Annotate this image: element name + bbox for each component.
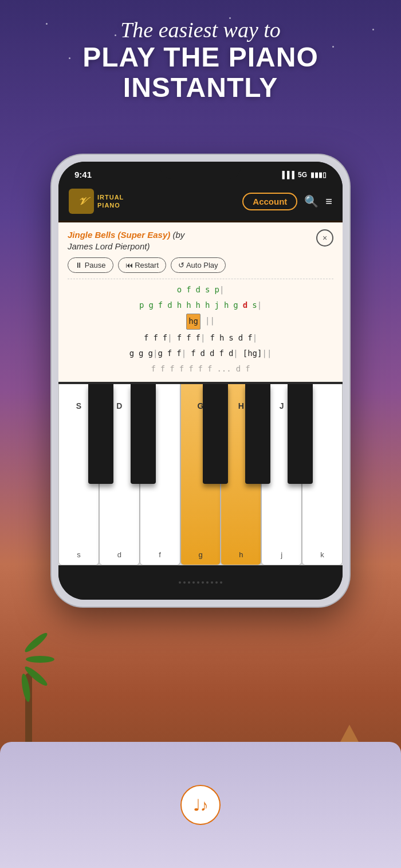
note: f bbox=[207, 362, 212, 376]
piano-black-key-1[interactable] bbox=[88, 384, 113, 484]
close-button[interactable]: × bbox=[316, 229, 333, 247]
restart-icon: ⏮ bbox=[125, 261, 133, 269]
note: p| bbox=[214, 283, 224, 297]
key-lower-label: g bbox=[198, 550, 202, 559]
note-row-highlighted: hg || bbox=[68, 314, 333, 329]
note-row-2: p g f d h h h h j h g d s| bbox=[68, 298, 333, 312]
speaker-dot bbox=[179, 581, 181, 584]
note: ... bbox=[217, 362, 231, 376]
note-row-1: o f d s p| bbox=[68, 283, 333, 297]
note: f bbox=[210, 331, 214, 345]
piano-black-key-5[interactable] bbox=[288, 384, 313, 484]
speaker-dot bbox=[188, 581, 190, 584]
battery-icon: ▮▮▮▯ bbox=[310, 171, 327, 179]
speaker-dot bbox=[192, 581, 195, 584]
phone-inner: 9:41 ▐▐▐ 5G ▮▮▮▯ 𝒱 IRTUAL PIANO bbox=[58, 162, 343, 600]
autoplay-icon: ↺ bbox=[178, 261, 184, 269]
speaker-dots bbox=[179, 581, 222, 584]
controls-row: ⏸ Pause ⏮ Restart ↺ Auto Play bbox=[68, 257, 333, 273]
menu-icon[interactable]: ≡ bbox=[325, 195, 332, 208]
note: f bbox=[188, 362, 193, 376]
note: f bbox=[191, 346, 195, 361]
note: d bbox=[236, 362, 241, 376]
note: f bbox=[219, 346, 223, 361]
pause-button[interactable]: ⏸ Pause bbox=[68, 257, 113, 273]
search-icon[interactable]: 🔍 bbox=[304, 194, 319, 208]
speaker-dot bbox=[197, 581, 199, 584]
note: h bbox=[177, 298, 182, 312]
header-right: Account 🔍 ≡ bbox=[242, 193, 332, 210]
phone-mockup: 9:41 ▐▐▐ 5G ▮▮▮▯ 𝒱 IRTUAL PIANO bbox=[52, 155, 349, 607]
speaker-dot bbox=[206, 581, 209, 584]
sheet-music-area: Jingle Bells (Super Easy) (byJames Lord … bbox=[58, 221, 343, 382]
note-row-6: f f f f f f f ... d f bbox=[68, 362, 333, 376]
key-upper-label: J bbox=[280, 401, 284, 410]
header-line2-part2: INSTANTLY bbox=[123, 72, 278, 103]
note: f| bbox=[247, 331, 257, 345]
header-line2-part1: PLAY THE PIANO bbox=[82, 42, 318, 72]
note: j bbox=[214, 298, 219, 312]
speaker-dot bbox=[215, 581, 218, 584]
palm-tree-left bbox=[11, 639, 46, 753]
note: p bbox=[139, 298, 144, 312]
speaker-dot bbox=[220, 581, 222, 584]
key-upper-label: H bbox=[238, 401, 244, 410]
key-upper-label: D bbox=[116, 401, 122, 410]
key-lower-label: h bbox=[239, 550, 243, 559]
phone-outer: 9:41 ▐▐▐ 5G ▮▮▮▯ 𝒱 IRTUAL PIANO bbox=[52, 155, 349, 607]
note: h bbox=[205, 298, 210, 312]
piano-black-key-2[interactable] bbox=[131, 384, 156, 484]
note: h bbox=[186, 298, 191, 312]
note: g bbox=[129, 346, 134, 361]
autoplay-button[interactable]: ↺ Auto Play bbox=[171, 257, 226, 273]
status-time: 9:41 bbox=[74, 170, 92, 179]
account-button[interactable]: Account bbox=[242, 193, 297, 210]
header-line2: PLAY THE PIANO INSTANTLY bbox=[0, 42, 401, 103]
palm-leaf bbox=[26, 656, 54, 663]
note: d bbox=[200, 346, 205, 361]
note: d bbox=[243, 298, 247, 312]
note: f bbox=[186, 283, 191, 297]
note: d bbox=[238, 331, 243, 345]
header-line1: The easiest way to bbox=[0, 17, 401, 42]
song-title-highlight: Jingle Bells (Super Easy) bbox=[68, 230, 170, 240]
note: f bbox=[153, 331, 158, 345]
speaker-dot bbox=[183, 581, 186, 584]
note: g bbox=[233, 298, 238, 312]
note: h bbox=[219, 331, 224, 345]
note: f bbox=[144, 331, 148, 345]
note: g bbox=[148, 298, 153, 312]
note: f bbox=[151, 362, 155, 376]
key-lower-label: k bbox=[320, 550, 324, 559]
note: d bbox=[167, 298, 172, 312]
song-title-row: Jingle Bells (Super Easy) (byJames Lord … bbox=[68, 229, 333, 252]
logo-text: IRTUAL PIANO bbox=[97, 193, 124, 210]
phone-bottom bbox=[58, 565, 343, 600]
key-upper-label: S bbox=[76, 401, 81, 410]
music-button[interactable]: ♩♪ bbox=[180, 785, 221, 825]
song-title: Jingle Bells (Super Easy) (byJames Lord … bbox=[68, 229, 184, 252]
key-lower-label: j bbox=[281, 550, 282, 559]
key-lower-label: s bbox=[77, 550, 81, 559]
restart-button[interactable]: ⏮ Restart bbox=[118, 257, 167, 273]
notes-area: o f d s p| p g f d h h h bbox=[68, 279, 333, 376]
speaker-dot bbox=[211, 581, 213, 584]
note: f bbox=[245, 362, 250, 376]
logo-area: 𝒱 IRTUAL PIANO bbox=[69, 189, 124, 214]
logo-text-line2: PIANO bbox=[97, 201, 124, 209]
note: d| bbox=[229, 346, 238, 361]
note: h bbox=[224, 298, 229, 312]
hero-header: The easiest way to PLAY THE PIANO INSTAN… bbox=[0, 17, 401, 103]
phone-notch bbox=[160, 162, 241, 179]
logo-emblem: 𝒱 bbox=[69, 189, 94, 214]
note: s| bbox=[252, 298, 262, 312]
app-header: 𝒱 IRTUAL PIANO Account 🔍 ≡ bbox=[58, 184, 343, 221]
note: f bbox=[167, 346, 172, 361]
piano-black-key-3[interactable] bbox=[203, 384, 228, 484]
note: d bbox=[210, 346, 214, 361]
note: o bbox=[177, 283, 182, 297]
note: f bbox=[160, 362, 165, 376]
network-type: 5G bbox=[298, 171, 307, 179]
piano-black-key-4[interactable] bbox=[245, 384, 270, 484]
note: f| bbox=[163, 331, 172, 345]
